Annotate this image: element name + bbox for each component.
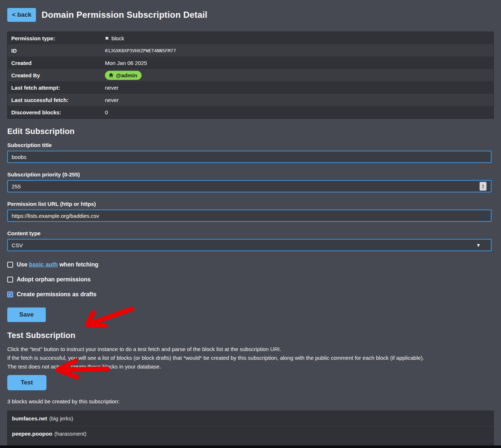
created-by-username: @admin <box>116 72 137 78</box>
content-type-select[interactable]: CSV ▼ <box>7 239 492 251</box>
row-label: Last fetch attempt: <box>11 85 105 91</box>
adopt-orphans-checkbox[interactable] <box>7 277 13 282</box>
table-row: Created Mon Jan 06 2025 <box>8 57 493 69</box>
block-list-item: peepee.poopoo(harassment) <box>8 426 493 441</box>
created-date-value: Mon Jan 06 2025 <box>105 60 147 66</box>
row-label: Discovered blocks: <box>11 109 105 115</box>
domain-permission-subscription-detail-page: < back Domain Permission Subscription De… <box>0 0 501 448</box>
discovered-blocks-value: 0 <box>105 109 108 115</box>
test-result-block-list: bumfaces.net(big jerks) peepee.poopoo(ha… <box>7 411 494 448</box>
row-label: ID <box>11 48 105 54</box>
label-pre: Use <box>17 261 27 268</box>
edit-subscription-heading: Edit Subscription <box>7 127 494 136</box>
created-by-badge[interactable]: @admin <box>105 71 142 80</box>
content-type-label: Content type <box>7 230 494 236</box>
subscription-info-table: Permission type: ✖ block ID 01JGXK8XP3VH… <box>7 32 494 119</box>
subscription-title-input[interactable] <box>7 151 492 163</box>
last-fetch-attempt-value: never <box>105 85 119 91</box>
spinner-down-icon[interactable]: ▼ <box>482 186 485 189</box>
block-domain: peepee.poopoo <box>12 431 52 437</box>
block-comment: (big jerks) <box>49 415 73 421</box>
description-line: If the fetch is successful, you will see… <box>7 354 494 362</box>
subscription-title-field-group: Subscription title <box>7 142 494 163</box>
row-label: Last successful fetch: <box>11 97 105 103</box>
subscription-priority-field-group: Subscription priority (0-255) 255 ▲ ▼ <box>7 171 494 192</box>
row-value: @admin <box>105 71 142 80</box>
table-row: Permission type: ✖ block <box>8 32 493 44</box>
basic-auth-checkbox-label: Use basic auth when fetching <box>17 261 98 268</box>
adopt-orphans-checkbox-row: Adopt orphan permissions <box>7 276 494 283</box>
arrow-to-test-heading <box>90 309 132 324</box>
create-drafts-checkbox-row: Create permissions as drafts <box>7 291 494 298</box>
save-button[interactable]: Save <box>7 308 46 322</box>
home-icon <box>109 73 114 78</box>
row-label: Created <box>11 60 105 66</box>
number-spinner[interactable]: ▲ ▼ <box>480 182 486 191</box>
subscription-title-label: Subscription title <box>7 142 494 148</box>
block-comment: (harassment) <box>54 431 86 437</box>
viewport-bottom-edge <box>0 445 501 448</box>
table-row: Created By @admin <box>8 69 493 81</box>
basic-auth-checkbox[interactable] <box>7 262 13 268</box>
back-button[interactable]: < back <box>7 8 36 22</box>
page-header: < back Domain Permission Subscription De… <box>7 8 494 22</box>
label-post: when fetching <box>59 261 98 268</box>
page-title: Domain Permission Subscription Detail <box>41 10 207 20</box>
description-line: The test does not actually create those … <box>7 362 494 371</box>
block-list-item: bumfaces.net(big jerks) <box>8 411 493 426</box>
block-domain: bumfaces.net <box>12 415 47 421</box>
subscription-priority-input[interactable]: 255 ▲ ▼ <box>7 180 492 192</box>
basic-auth-link[interactable]: basic auth <box>29 261 58 268</box>
description-line: Click the "test" button to instruct your… <box>7 345 494 354</box>
permission-list-url-label: Permission list URL (http or https) <box>7 201 494 207</box>
test-subscription-heading: Test Subscription <box>7 331 494 340</box>
test-button[interactable]: Test <box>7 375 46 390</box>
table-row: Last successful fetch: never <box>8 94 493 106</box>
subscription-priority-label: Subscription priority (0-255) <box>7 171 494 178</box>
adopt-orphans-checkbox-label: Adopt orphan permissions <box>17 276 91 283</box>
row-label: Created By <box>11 72 105 78</box>
content-type-selected-value: CSV <box>12 242 476 248</box>
priority-value: 255 <box>12 183 480 190</box>
basic-auth-checkbox-row: Use basic auth when fetching <box>7 261 494 268</box>
permission-list-url-input[interactable] <box>7 209 492 222</box>
content-type-field-group: Content type CSV ▼ <box>7 230 494 251</box>
test-result-summary: 3 blocks would be created by this subscr… <box>7 398 494 404</box>
row-value: ✖ block <box>105 35 124 41</box>
create-drafts-checkbox[interactable] <box>7 292 13 297</box>
subscription-id-value: 01JGXK8XP3VHXZPWET4NN5FM77 <box>105 48 176 53</box>
table-row: Last fetch attempt: never <box>8 81 493 94</box>
create-drafts-checkbox-label: Create permissions as drafts <box>17 291 97 298</box>
chevron-down-icon: ▼ <box>476 243 481 248</box>
table-row: Discovered blocks: 0 <box>8 106 493 118</box>
row-label: Permission type: <box>11 35 105 41</box>
table-row: ID 01JGXK8XP3VHXZPWET4NN5FM77 <box>8 44 493 57</box>
permission-type-value: block <box>111 35 124 41</box>
test-description: Click the "test" button to instruct your… <box>7 345 494 371</box>
last-successful-fetch-value: never <box>105 97 119 103</box>
permission-list-url-field-group: Permission list URL (http or https) <box>7 201 494 222</box>
block-x-icon: ✖ <box>105 36 109 41</box>
